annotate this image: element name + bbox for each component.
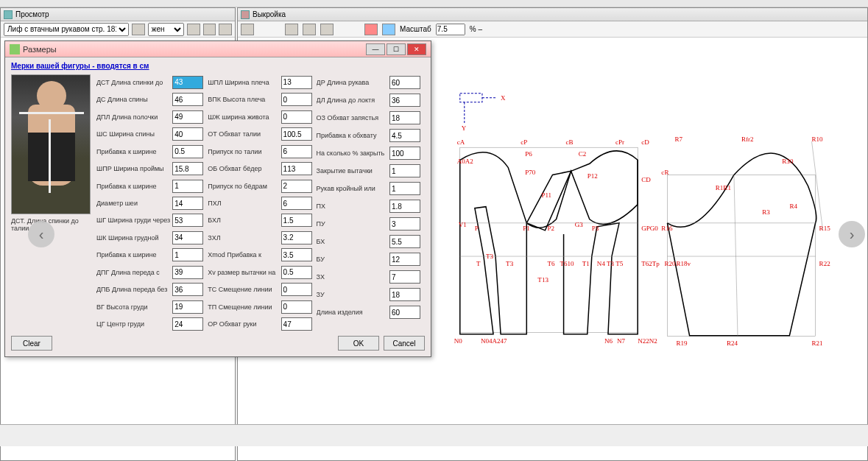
measurement-input[interactable]	[172, 76, 203, 89]
measurement-row: Прибавка к ширине	[96, 247, 203, 263]
measurement-input[interactable]	[172, 145, 203, 158]
hand-tool-icon[interactable]	[285, 24, 298, 35]
dialog-titlebar[interactable]: Размеры — ☐ ✕	[5, 41, 431, 57]
ok-button[interactable]: OK	[338, 336, 379, 351]
measurement-input[interactable]	[281, 266, 312, 279]
measurement-input[interactable]	[172, 93, 203, 106]
scale-input[interactable]	[436, 24, 465, 35]
toolbar-button[interactable]	[241, 24, 254, 35]
measurement-input[interactable]	[389, 235, 420, 248]
measurement-input[interactable]	[281, 317, 312, 331]
toolbar-button[interactable]	[303, 24, 316, 35]
measurement-input[interactable]	[389, 76, 420, 89]
measurement-row: Закрытие вытачки	[317, 163, 420, 179]
measurement-input[interactable]	[172, 317, 203, 331]
svg-text:T1: T1	[582, 260, 590, 267]
toolbar-button[interactable]	[132, 24, 145, 35]
measurement-row: ШЖ ширина живота	[208, 109, 311, 124]
toolbar-button[interactable]	[203, 24, 216, 35]
measurement-row: ТП Смещение линии	[208, 299, 311, 314]
measurement-input[interactable]	[389, 288, 420, 301]
measurement-input[interactable]	[172, 162, 203, 175]
measurement-input[interactable]	[172, 283, 203, 296]
measurement-row: ПХЛ	[208, 195, 311, 211]
measurement-input[interactable]	[389, 94, 420, 107]
measurement-input[interactable]	[172, 231, 203, 244]
maximize-button[interactable]: ☐	[387, 43, 406, 55]
toolbar-button[interactable]	[219, 24, 232, 35]
cancel-button[interactable]: Cancel	[384, 336, 425, 351]
measurement-input[interactable]	[172, 266, 203, 279]
measurement-input[interactable]	[172, 127, 203, 141]
measurement-row: ОБ Обхват бёдер	[208, 161, 311, 176]
measurements-help-link[interactable]: Мерки вашей фигуры - вводятся в см	[11, 62, 149, 70]
cursor-tool-icon[interactable]	[320, 24, 334, 35]
measurement-input[interactable]	[389, 182, 420, 195]
measurement-input[interactable]	[389, 164, 420, 177]
measurement-input[interactable]	[389, 200, 420, 213]
svg-text:T610: T610	[560, 260, 575, 267]
svg-text:cR: cR	[661, 169, 669, 176]
preview-panel-header[interactable]: Просмотр	[1, 8, 235, 21]
measurement-input[interactable]	[281, 162, 312, 175]
next-arrow[interactable]: ›	[839, 221, 865, 247]
svg-text:A0A2: A0A2	[457, 158, 474, 165]
measurement-input[interactable]	[281, 231, 312, 244]
measurement-row: ЗХЛ	[208, 230, 311, 245]
measurement-input[interactable]	[281, 93, 312, 106]
svg-text:P11: P11	[541, 191, 551, 199]
measurement-input[interactable]	[281, 145, 312, 158]
measurement-input[interactable]	[281, 180, 312, 193]
toolbar-button[interactable]	[382, 24, 395, 35]
measurement-row: Припуск по бёдрам	[208, 178, 311, 194]
measurement-input[interactable]	[281, 197, 312, 210]
measurement-input[interactable]	[281, 110, 312, 124]
measurement-row: ШС Ширина спины	[96, 126, 203, 141]
measurement-input[interactable]	[389, 111, 420, 124]
measurement-input[interactable]	[389, 147, 420, 160]
measurement-input[interactable]	[281, 283, 312, 296]
measurement-input[interactable]	[172, 248, 203, 261]
measurement-label: ШГ Ширина груди через	[96, 217, 172, 224]
measurement-input[interactable]	[172, 214, 203, 227]
measurement-label: ПУ	[317, 220, 389, 228]
measurement-label: ДЛ Длина до локтя	[317, 96, 389, 104]
measurement-row: Xv размер вытачки на	[208, 264, 311, 280]
toolbar-button[interactable]	[187, 24, 200, 35]
measurement-input[interactable]	[281, 300, 312, 314]
measurement-input[interactable]	[172, 180, 203, 193]
svg-text:X: X	[501, 94, 506, 102]
close-button[interactable]: ✕	[407, 43, 426, 55]
measurement-input[interactable]	[389, 253, 420, 266]
measurement-input[interactable]	[281, 248, 312, 261]
model-select[interactable]: Лиф с втачным рукавом стр. 181-225	[4, 23, 129, 36]
svg-text:P1: P1	[523, 225, 530, 232]
measurement-label: Прибавка к ширине	[96, 251, 172, 258]
measurement-input[interactable]	[281, 214, 312, 227]
prev-arrow[interactable]: ‹	[28, 221, 54, 247]
measurement-input[interactable]	[172, 197, 203, 210]
svg-text:CD: CD	[641, 176, 651, 183]
measurement-row: Прибавка к обхвату	[317, 127, 420, 144]
toolbar-button[interactable]	[364, 24, 378, 35]
svg-text:P70: P70	[525, 169, 536, 176]
measurement-input[interactable]	[281, 127, 312, 141]
measurement-label: ДС Длина спины	[96, 96, 172, 103]
pattern-panel-header[interactable]: Выкройка	[238, 8, 867, 21]
svg-text:R22: R22	[819, 260, 831, 267]
measurement-row: ДР Длина рукава	[317, 74, 420, 91]
measurement-input[interactable]	[389, 270, 420, 284]
clear-button[interactable]: Clear	[11, 336, 52, 351]
measurement-input[interactable]	[389, 306, 420, 319]
measurement-label: ОТ Обхват талии	[208, 130, 280, 138]
dialog-icon	[10, 44, 20, 54]
measurement-input[interactable]	[172, 110, 203, 124]
measurement-input[interactable]	[389, 129, 420, 142]
gender-select[interactable]: жен	[148, 23, 184, 36]
measurement-input[interactable]	[281, 76, 312, 89]
measurement-input[interactable]	[172, 300, 203, 314]
measurement-label: ДПЛ Длина полочки	[96, 113, 172, 121]
measurement-label: ОР Обхват руки	[208, 320, 280, 328]
minimize-button[interactable]: —	[366, 43, 385, 55]
measurement-input[interactable]	[389, 217, 420, 230]
